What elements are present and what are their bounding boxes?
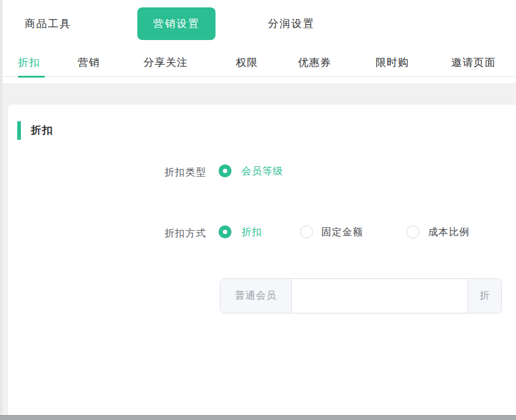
radio-member-level-label[interactable]: 会员等级: [241, 164, 283, 178]
active-tab-underline: [18, 76, 45, 78]
secondary-tab-coupons[interactable]: 优惠券: [298, 52, 331, 77]
secondary-tab-marketing[interactable]: 营销: [78, 52, 100, 77]
secondary-tab-share-follow[interactable]: 分享关注: [143, 52, 188, 77]
secondary-tab-discount[interactable]: 折扣: [18, 52, 40, 77]
secondary-tab-bar: 折扣 营销 分享关注 权限 优惠券 限时购 邀请页面: [2, 52, 516, 77]
primary-tab-product-tools[interactable]: 商品工具: [25, 7, 71, 40]
radio-discount[interactable]: [219, 225, 232, 238]
radio-cost-ratio-label[interactable]: 成本比例: [428, 225, 470, 239]
radio-fixed-amount[interactable]: [300, 225, 313, 238]
page: 商品工具 营销设置 分润设置 折扣 营销 分享关注 权限 优惠券 限时购 邀请页…: [0, 0, 516, 420]
discount-panel: 折扣 折扣类型 会员等级 折扣方式 折扣 固定金额 成本比例 普通会员 折: [8, 105, 516, 415]
discount-type-label: 折扣类型: [8, 166, 206, 179]
input-prefix-regular-member: 普通会员: [220, 279, 292, 313]
radio-member-level[interactable]: [219, 164, 232, 177]
secondary-tab-invite-page[interactable]: 邀请页面: [451, 52, 496, 77]
header-card: 商品工具 营销设置 分润设置 折扣 营销 分享关注 权限 优惠券 限时购 邀请页…: [2, 0, 516, 83]
discount-value-input[interactable]: [292, 279, 467, 313]
member-discount-input-group: 普通会员 折: [220, 278, 502, 313]
secondary-tab-permissions[interactable]: 权限: [236, 52, 258, 77]
radio-fixed-amount-label[interactable]: 固定金额: [321, 225, 363, 239]
horizontal-scrollbar[interactable]: [0, 415, 516, 420]
primary-tab-marketing-settings[interactable]: 营销设置: [137, 7, 216, 40]
radio-discount-label[interactable]: 折扣: [241, 225, 262, 239]
primary-tab-profit-settings[interactable]: 分润设置: [268, 7, 315, 40]
radio-cost-ratio[interactable]: [406, 225, 419, 238]
section-title: 折扣: [31, 121, 53, 140]
section-accent-bar: [17, 121, 21, 140]
secondary-tab-flash-sale[interactable]: 限时购: [376, 52, 409, 77]
discount-method-label: 折扣方式: [8, 227, 206, 240]
input-suffix-zhe: 折: [467, 279, 501, 313]
